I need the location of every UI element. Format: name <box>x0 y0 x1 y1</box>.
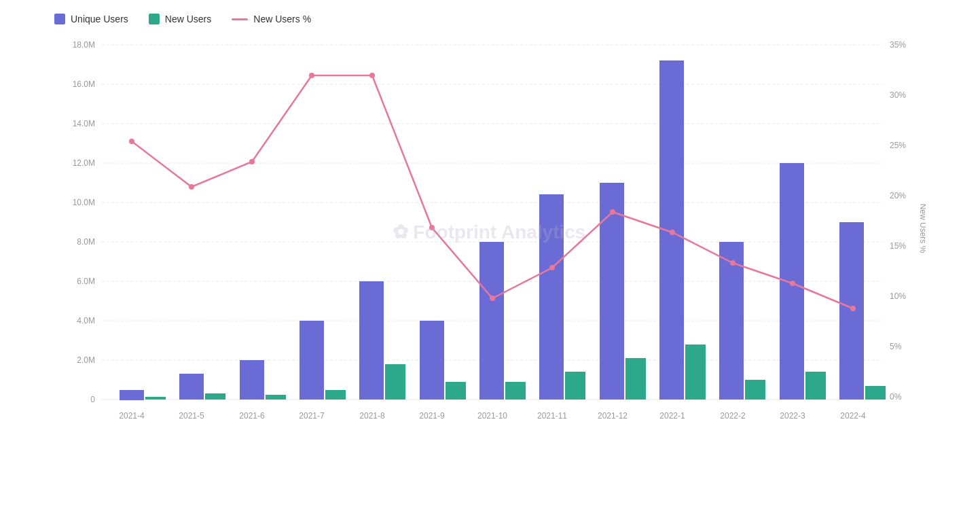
xlabel-2021-4: 2021-4 <box>119 411 145 421</box>
unique-users-label: Unique Users <box>71 14 128 24</box>
bar-new-2021-6 <box>266 395 286 400</box>
svg-text:35%: 35% <box>890 40 906 50</box>
bar-new-2021-4 <box>145 397 166 400</box>
svg-text:6.0M: 6.0M <box>77 277 95 286</box>
xlabel-2022-4: 2022-4 <box>840 411 866 421</box>
xlabel-2022-2: 2022-2 <box>720 411 746 421</box>
bar-unique-2021-10 <box>479 242 504 400</box>
new-users-label: New Users <box>165 14 211 24</box>
bar-new-2022-2 <box>745 380 765 400</box>
dot-2021-5 <box>189 184 194 190</box>
dot-2021-6 <box>249 159 255 164</box>
bar-new-2022-4 <box>865 386 886 400</box>
legend-new-users-pct: New Users % <box>232 14 311 24</box>
bar-unique-2021-7 <box>300 321 324 400</box>
unique-users-color-icon <box>54 14 65 24</box>
bar-new-2022-1 <box>685 344 706 400</box>
xlabel-2021-12: 2021-12 <box>598 411 628 421</box>
dot-2021-7 <box>309 73 314 78</box>
svg-text:16.0M: 16.0M <box>73 79 95 89</box>
dot-2021-10 <box>490 296 495 301</box>
bar-new-2021-12 <box>625 358 646 400</box>
new-users-pct-label: New Users % <box>253 14 311 24</box>
bar-new-2021-5 <box>205 393 225 400</box>
svg-text:12.0M: 12.0M <box>73 158 95 168</box>
bar-unique-2021-6 <box>240 360 264 400</box>
dot-2022-3 <box>790 281 795 286</box>
new-users-color-icon <box>149 14 160 24</box>
legend-new-users: New Users <box>149 14 211 24</box>
svg-text:0%: 0% <box>890 392 902 402</box>
chart-container: Unique Users New Users New Users % <box>0 0 980 513</box>
svg-text:30%: 30% <box>890 90 906 100</box>
bar-new-2021-7 <box>325 390 346 400</box>
svg-text:18.0M: 18.0M <box>73 40 95 50</box>
xlabel-2021-10: 2021-10 <box>477 411 507 421</box>
bar-unique-2021-8 <box>359 281 384 400</box>
svg-text:8.0M: 8.0M <box>77 237 95 247</box>
xlabel-2021-6: 2021-6 <box>239 411 265 421</box>
watermark-text: ✿ Footprint Analytics <box>393 222 586 243</box>
xlabel-2021-11: 2021-11 <box>537 411 567 421</box>
xlabel-2021-8: 2021-8 <box>359 411 385 421</box>
svg-text:0: 0 <box>90 395 95 404</box>
dot-2022-4 <box>850 306 856 311</box>
svg-text:15%: 15% <box>890 241 906 251</box>
bar-unique-2021-4 <box>120 390 144 400</box>
dot-2022-1 <box>670 230 675 235</box>
bar-new-2021-11 <box>565 372 585 400</box>
dot-2021-12 <box>610 209 615 215</box>
svg-text:2.0M: 2.0M <box>77 355 95 365</box>
svg-text:4.0M: 4.0M <box>77 316 95 325</box>
bar-new-2021-9 <box>446 382 466 400</box>
svg-text:25%: 25% <box>890 141 906 150</box>
dot-2022-2 <box>730 260 736 266</box>
svg-text:10%: 10% <box>890 291 906 301</box>
dot-2021-8 <box>369 73 375 78</box>
svg-text:10.0M: 10.0M <box>73 198 95 207</box>
xlabel-2022-3: 2022-3 <box>780 411 805 421</box>
svg-text:New Users %: New Users % <box>918 204 926 253</box>
xlabel-2021-9: 2021-9 <box>419 411 445 421</box>
chart-svg: 18.0M 16.0M 14.0M 12.0M 10.0M 8.0M 6.0M … <box>54 38 926 459</box>
bar-unique-2021-5 <box>179 374 204 400</box>
chart-area: 18.0M 16.0M 14.0M 12.0M 10.0M 8.0M 6.0M … <box>54 38 926 459</box>
xlabel-2021-7: 2021-7 <box>299 411 325 421</box>
bar-new-2021-10 <box>505 382 526 400</box>
svg-text:20%: 20% <box>890 191 906 200</box>
dot-2021-4 <box>129 139 134 144</box>
svg-text:5%: 5% <box>890 342 902 351</box>
bar-unique-2022-4 <box>839 222 864 400</box>
legend: Unique Users New Users New Users % <box>54 14 926 24</box>
bar-new-2022-3 <box>805 372 826 400</box>
new-users-pct-line-icon <box>232 18 248 20</box>
svg-text:14.0M: 14.0M <box>73 119 95 128</box>
xlabel-2022-1: 2022-1 <box>659 411 685 421</box>
legend-unique-users: Unique Users <box>54 14 128 24</box>
xlabel-2021-5: 2021-5 <box>179 411 204 421</box>
dot-2021-11 <box>549 265 555 270</box>
bar-unique-2021-9 <box>420 321 444 400</box>
bar-new-2021-8 <box>385 364 405 400</box>
